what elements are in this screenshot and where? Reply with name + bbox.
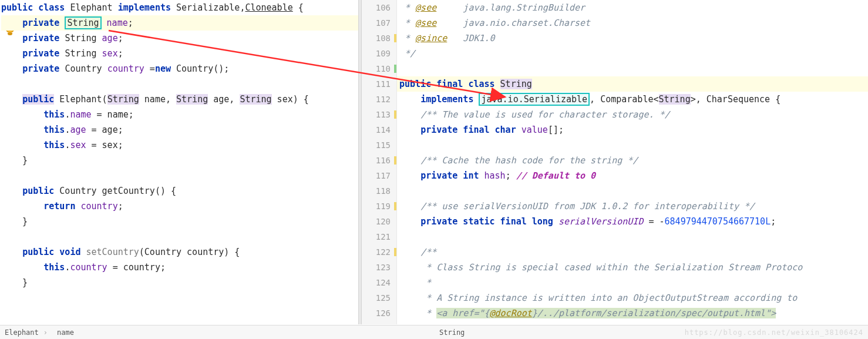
breadcrumb-right[interactable]: String: [435, 328, 469, 337]
code-token: sex) {: [272, 94, 309, 105]
code-token: >, CharSequence {: [691, 94, 781, 105]
code-token: *: [399, 2, 415, 13]
code-line[interactable]: [397, 229, 868, 244]
code-line[interactable]: this.country = country;: [1, 260, 358, 275]
code-line[interactable]: * <a href="{@docRoot}/../platform/serial…: [397, 306, 868, 321]
code-line[interactable]: * Class String is special cased within t…: [397, 260, 868, 275]
code-token: *: [399, 33, 415, 43]
code-line[interactable]: implements java.io.Serializable, Compara…: [397, 92, 868, 107]
code-token: /** use serialVersionUID from JDK 1.0.2 …: [420, 201, 755, 212]
line-number: 120: [362, 214, 396, 229]
code-line[interactable]: [1, 229, 358, 244]
code-line[interactable]: */: [397, 46, 868, 61]
code-token: public: [1, 2, 38, 13]
code-token: this: [43, 125, 65, 135]
code-token: *: [399, 277, 431, 288]
code-line[interactable]: private int hash; // Default to 0: [397, 168, 868, 183]
code-token: String: [65, 16, 101, 29]
code-line[interactable]: }: [1, 275, 358, 290]
code-line[interactable]: [397, 61, 868, 76]
code-line[interactable]: *: [397, 275, 868, 290]
code-line[interactable]: }: [1, 153, 358, 168]
code-line[interactable]: private String sex;: [1, 46, 358, 61]
breadcrumb-item[interactable]: Elephant: [0, 328, 52, 337]
split-editor: public class Elephant implements Seriali…: [0, 0, 868, 324]
code-line[interactable]: return country;: [1, 199, 358, 214]
code-line[interactable]: /** use serialVersionUID from JDK 1.0.2 …: [397, 199, 868, 214]
code-line[interactable]: this.sex = sex;: [1, 137, 358, 153]
code-token: ;: [771, 216, 776, 227]
code-token: name: [70, 109, 91, 120]
left-code-area[interactable]: public class Elephant implements Seriali…: [0, 0, 358, 290]
right-code-area[interactable]: * @see java.lang.StringBuilder * @see ja…: [397, 0, 868, 324]
code-line[interactable]: [1, 168, 358, 183]
right-gutter: 1061071081091101111121131141151161171181…: [362, 0, 397, 324]
code-line[interactable]: * A String instance is written into an O…: [397, 290, 868, 306]
code-line[interactable]: public Elephant(String name, String age,…: [1, 92, 358, 107]
code-line[interactable]: this.name = name;: [1, 107, 358, 122]
code-line[interactable]: /**: [397, 244, 868, 260]
code-token: ;: [128, 18, 133, 28]
code-line[interactable]: private String age;: [1, 31, 358, 46]
code-line[interactable]: this.age = age;: [1, 122, 358, 137]
code-line[interactable]: private String name;: [1, 15, 358, 31]
code-token: @see: [415, 18, 436, 28]
code-token: Elephant(: [54, 94, 107, 105]
code-token: *: [399, 308, 436, 318]
code-token: [1, 170, 6, 181]
code-token: =: [144, 63, 155, 74]
code-token: [399, 94, 420, 105]
code-token: @see: [415, 2, 436, 13]
code-token: *: [399, 18, 415, 28]
code-token: country: [70, 262, 107, 273]
code-token: <a href="{: [436, 308, 489, 318]
editor-right[interactable]: 1061071081091101111121131141151161171181…: [362, 0, 868, 324]
code-line[interactable]: private Country country =new Country();: [1, 61, 358, 76]
code-line[interactable]: * @see java.lang.StringBuilder: [397, 0, 868, 15]
watermark: https://blog.csdn.net/weixin_38106424: [685, 328, 863, 337]
line-number: 126: [362, 306, 396, 321]
code-token: this: [43, 262, 65, 273]
code-token: public final class: [399, 79, 500, 89]
code-token: @since: [415, 33, 447, 43]
code-token: [1, 231, 6, 242]
code-token: * Class String is special cased within t…: [399, 262, 802, 273]
code-line[interactable]: /** The value is used for character stor…: [397, 107, 868, 122]
code-token: [1, 33, 22, 43]
code-line[interactable]: * @see java.nio.charset.Charset: [397, 15, 868, 31]
code-line[interactable]: private final char value[];: [397, 122, 868, 137]
code-line[interactable]: public void setCountry(Country country) …: [1, 244, 358, 260]
code-token: (Country country) {: [139, 247, 240, 257]
code-line[interactable]: public final class String: [397, 76, 868, 92]
code-line[interactable]: private static final long serialVersionU…: [397, 214, 868, 229]
breadcrumb-item[interactable]: name: [52, 328, 79, 337]
code-token: age,: [208, 94, 240, 105]
code-line[interactable]: * @since JDK1.0: [397, 31, 868, 46]
code-token: public void: [22, 247, 86, 257]
code-token: age: [70, 125, 86, 135]
code-token: sex: [70, 140, 86, 150]
code-line[interactable]: [1, 76, 358, 92]
code-token: this: [43, 109, 65, 120]
code-token: [102, 18, 107, 28]
line-number: 111: [362, 76, 396, 92]
code-token: [399, 140, 405, 150]
line-number: 108: [362, 31, 396, 46]
code-line[interactable]: }: [1, 214, 358, 229]
code-token: private final char: [420, 125, 522, 135]
code-line[interactable]: [397, 183, 868, 199]
code-token: [1, 18, 22, 28]
code-token: new: [155, 63, 176, 74]
code-token: value: [522, 125, 548, 135]
code-token: String: [65, 48, 102, 59]
code-token: private: [22, 18, 59, 28]
line-number: 110: [362, 61, 396, 76]
code-token: [1, 186, 22, 196]
code-line[interactable]: /** Cache the hash code for the string *…: [397, 153, 868, 168]
code-line[interactable]: [397, 137, 868, 153]
code-line[interactable]: public class Elephant implements Seriali…: [1, 0, 358, 15]
code-line[interactable]: public Country getCountry() {: [1, 183, 358, 199]
code-token: [1, 125, 43, 135]
editor-left[interactable]: public class Elephant implements Seriali…: [0, 0, 358, 324]
code-token: @docRoot: [490, 308, 532, 318]
